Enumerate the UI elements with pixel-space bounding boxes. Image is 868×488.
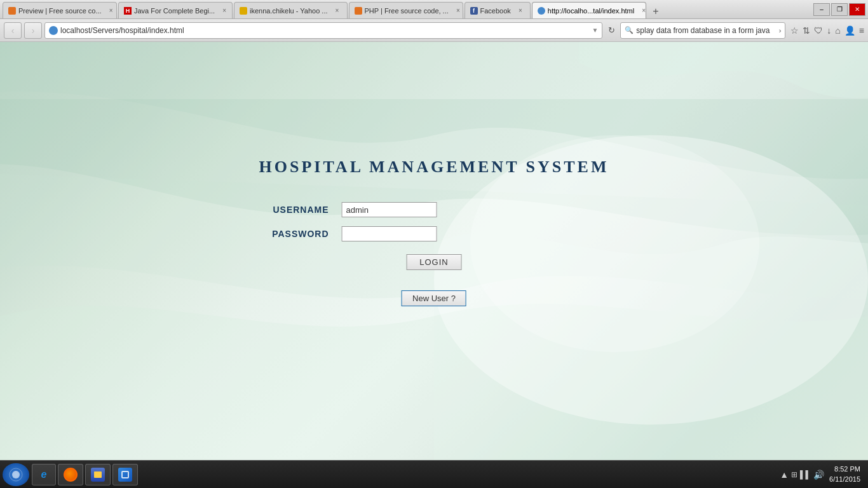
- main-content: HOSPITAL MANAGEMENT SYSTEM USERNAME PASS…: [0, 42, 868, 460]
- new-tab-button[interactable]: +: [648, 4, 664, 18]
- forward-button[interactable]: ›: [24, 22, 42, 39]
- tab-close-2[interactable]: ×: [220, 6, 229, 15]
- profile-icon[interactable]: 👤: [844, 25, 855, 36]
- username-input[interactable]: [342, 202, 437, 217]
- minimize-button[interactable]: –: [813, 3, 830, 16]
- tab-label-2: Java For Complete Begi...: [134, 7, 215, 15]
- nav-bar: ‹ › localhost/Servers/hospital/index.htm…: [0, 19, 868, 42]
- tray-volume-icon[interactable]: 🔊: [813, 470, 824, 480]
- ie-icon: e: [37, 468, 50, 481]
- browser-window: Preview | Free source co... × H Java For…: [0, 0, 868, 488]
- title-bar: Preview | Free source co... × H Java For…: [0, 0, 868, 19]
- search-go-icon[interactable]: ›: [779, 27, 782, 34]
- reload-button[interactable]: ↻: [605, 25, 618, 35]
- taskbar-clock[interactable]: 8:52 PM 6/11/2015: [829, 464, 860, 484]
- window-controls: – ❐ ✕: [813, 3, 865, 16]
- clock-date: 6/11/2015: [829, 475, 860, 484]
- tab-favicon-6: [538, 7, 545, 15]
- tab-6[interactable]: http://localho...tal/index.html ×: [532, 2, 646, 18]
- tab-favicon-1: [8, 7, 16, 15]
- taskbar: e ▲ ⊞ ▌▌ 🔊: [0, 460, 868, 488]
- restore-button[interactable]: ❐: [831, 3, 848, 16]
- tab-close-1[interactable]: ×: [107, 6, 116, 15]
- close-button[interactable]: ✕: [849, 3, 865, 16]
- username-label: USERNAME: [259, 205, 342, 215]
- password-row: PASSWORD: [259, 226, 609, 241]
- new-user-button[interactable]: New User ?: [402, 290, 466, 306]
- firefox-icon: [64, 468, 78, 482]
- back-button[interactable]: ‹: [4, 22, 22, 39]
- clock-time: 8:52 PM: [829, 464, 860, 474]
- taskbar-ie[interactable]: e: [32, 464, 56, 485]
- files-icon: [91, 468, 105, 482]
- taskbar-box[interactable]: [112, 464, 138, 485]
- tab-favicon-5: f: [470, 7, 478, 15]
- box-icon: [118, 468, 132, 482]
- tab-close-4[interactable]: ×: [454, 6, 463, 15]
- tabs-area: Preview | Free source co... × H Java For…: [3, 0, 811, 18]
- search-bar[interactable]: 🔍 splay data from database in a form jav…: [620, 22, 785, 39]
- search-icon: 🔍: [625, 26, 634, 34]
- home-icon[interactable]: ⌂: [835, 25, 840, 36]
- tab-5[interactable]: f Facebook ×: [465, 2, 531, 18]
- tab-4[interactable]: PHP | Free source code, ... ×: [349, 2, 463, 18]
- username-row: USERNAME: [259, 202, 609, 217]
- tab-1[interactable]: Preview | Free source co... ×: [3, 2, 117, 18]
- nav-icons: ☆ ⇅ 🛡 ↓ ⌂ 👤 ≡: [790, 25, 864, 36]
- address-bar[interactable]: localhost/Servers/hospital/index.html ▼: [44, 22, 602, 39]
- address-dropdown-icon[interactable]: ▼: [592, 27, 598, 34]
- sync-icon[interactable]: ⇅: [803, 25, 810, 36]
- tab-favicon-2: H: [124, 7, 132, 15]
- tab-label-3: ikenna.chikelu - Yahoo ...: [250, 7, 328, 15]
- tab-label-1: Preview | Free source co...: [18, 7, 102, 15]
- search-text: splay data from database in a form java: [636, 26, 778, 35]
- tab-2[interactable]: H Java For Complete Begi... ×: [118, 2, 233, 18]
- tab-close-6[interactable]: ×: [639, 6, 646, 15]
- password-input[interactable]: [342, 226, 437, 241]
- login-form: USERNAME PASSWORD: [259, 202, 609, 241]
- system-tray: ▲ ⊞ ▌▌ 🔊: [780, 470, 824, 480]
- taskbar-right: ▲ ⊞ ▌▌ 🔊 8:52 PM 6/11/2015: [780, 464, 865, 484]
- address-icon: [49, 26, 58, 35]
- download-icon[interactable]: ↓: [827, 25, 831, 36]
- tab-favicon-4: [355, 7, 362, 15]
- login-btn-row: LOGIN: [259, 254, 609, 270]
- menu-icon[interactable]: ≡: [859, 25, 864, 36]
- taskbar-items: e: [32, 464, 780, 485]
- taskbar-firefox[interactable]: [58, 464, 83, 485]
- tab-label-6: http://localho...tal/index.html: [548, 7, 634, 15]
- tab-3[interactable]: ikenna.chikelu - Yahoo ... ×: [234, 2, 348, 18]
- page-background: HOSPITAL MANAGEMENT SYSTEM USERNAME PASS…: [0, 42, 868, 460]
- tab-label-5: Facebook: [480, 7, 511, 15]
- address-text: localhost/Servers/hospital/index.html: [60, 26, 592, 35]
- login-container: HOSPITAL MANAGEMENT SYSTEM USERNAME PASS…: [259, 158, 609, 306]
- tray-signal-icon[interactable]: ▌▌: [800, 470, 811, 479]
- shield-icon[interactable]: 🛡: [814, 25, 823, 36]
- start-button[interactable]: [3, 463, 29, 486]
- tab-close-3[interactable]: ×: [333, 6, 342, 15]
- bookmark-star-icon[interactable]: ☆: [790, 25, 799, 36]
- login-button[interactable]: LOGIN: [406, 254, 461, 270]
- tab-favicon-3: [240, 7, 247, 15]
- password-label: PASSWORD: [259, 229, 342, 239]
- tray-network-icon[interactable]: ⊞: [791, 470, 797, 479]
- app-title: HOSPITAL MANAGEMENT SYSTEM: [259, 158, 609, 177]
- new-user-btn-row: New User ?: [259, 283, 609, 306]
- svg-point-3: [12, 471, 20, 478]
- tab-label-4: PHP | Free source code, ...: [365, 7, 449, 15]
- tab-close-5[interactable]: ×: [516, 6, 525, 15]
- taskbar-files[interactable]: [85, 464, 111, 485]
- tray-arrow-icon[interactable]: ▲: [780, 470, 789, 480]
